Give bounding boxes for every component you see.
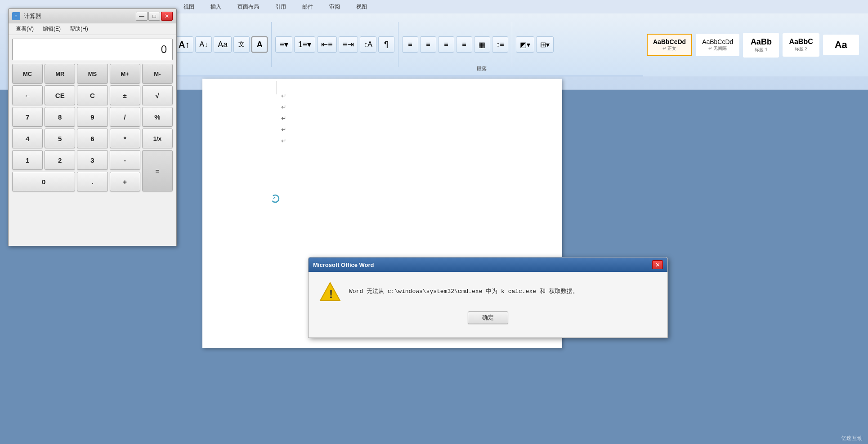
dialog-close-btn[interactable]: ✕ [652, 260, 663, 269]
style-heading1-sublabel: 标题 1 [749, 47, 773, 53]
align-justify-btn[interactable]: ≡ [456, 36, 472, 53]
calc-btn-7[interactable]: 7 [12, 107, 43, 127]
calc-btn-divide[interactable]: / [110, 107, 140, 127]
list-bullet-btn[interactable]: ≡▾ [275, 36, 292, 53]
calc-minimize-btn[interactable]: — [136, 12, 148, 21]
calc-row-1: ← CE C ± √ [9, 85, 176, 107]
calc-menubar: 查看(V) 编辑(E) 帮助(H) [9, 23, 176, 35]
menu-insert[interactable]: 插入 [207, 1, 225, 13]
sort-btn[interactable]: ↕A [360, 36, 376, 53]
menu-references[interactable]: 引用 [272, 1, 290, 13]
calc-btn-reciprocal[interactable]: 1/x [142, 129, 173, 148]
style-normal[interactable]: AaBbCcDd ↵ 正文 [647, 34, 692, 56]
align-left-btn[interactable]: ≡ [402, 36, 418, 53]
para-mark-4: ↵ [281, 126, 286, 133]
svg-text:!: ! [329, 288, 333, 300]
style-no-spacing[interactable]: AaBbCcDd ↵ 无间隔 [696, 34, 739, 56]
style-heading2-sublabel: 标题 2 [789, 46, 813, 52]
calc-title: 计算器 [24, 12, 132, 20]
calc-maximize-btn[interactable]: □ [148, 12, 160, 21]
menu-page-layout[interactable]: 页面布局 [234, 1, 263, 13]
align-right-btn[interactable]: ≡ [438, 36, 454, 53]
style-heading1[interactable]: AaBb 标题 1 [743, 33, 779, 58]
calc-btn-plus[interactable]: + [110, 172, 140, 191]
calc-menu-edit[interactable]: 编辑(E) [39, 24, 64, 34]
indent-increase-btn[interactable]: ≡⇥ [339, 36, 358, 53]
calc-btn-ms[interactable]: MS [77, 64, 107, 84]
calc-btn-9[interactable]: 9 [77, 107, 107, 127]
font-change-case-btn[interactable]: Aa [214, 36, 232, 53]
calc-btn-2[interactable]: 2 [45, 150, 75, 170]
para-mark-1: ↵ [281, 92, 286, 99]
calc-window-buttons: — □ ✕ [136, 12, 173, 21]
style-more-label: Aa [829, 39, 853, 51]
calc-btn-sign[interactable]: ± [110, 85, 140, 105]
font-size-increase-btn[interactable]: A↑ [174, 36, 193, 53]
font-wen-btn[interactable]: 文 [233, 36, 250, 53]
calc-btn-percent[interactable]: % [142, 107, 173, 127]
calc-titlebar: ≡ 计算器 — □ ✕ [9, 9, 176, 23]
loading-cursor [270, 193, 281, 204]
indent-decrease-btn[interactable]: ⇤≡ [317, 36, 337, 53]
calc-row-3: 4 5 6 * 1/x [9, 129, 176, 150]
style-gallery: AaBbCcDd ↵ 正文 AaBbCcDd ↵ 无间隔 AaBb 标题 1 A… [643, 13, 868, 76]
paragraph-section-label: 段落 [477, 65, 487, 72]
menu-review[interactable]: 审阅 [326, 1, 344, 13]
calc-btn-dot[interactable]: . [77, 172, 107, 191]
calc-display-value: 0 [161, 43, 167, 56]
calc-btn-mminus[interactable]: M- [142, 64, 173, 84]
menu-view2[interactable]: 视图 [353, 1, 371, 13]
calc-btn-0[interactable]: 0 [12, 172, 75, 191]
calc-close-btn[interactable]: ✕ [161, 12, 173, 21]
calc-btn-c[interactable]: C [77, 85, 107, 105]
calc-btn-ce[interactable]: CE [45, 85, 75, 105]
ribbon-divider-3 [512, 22, 512, 67]
font-size-decrease-btn[interactable]: A↓ [195, 36, 212, 53]
style-more[interactable]: Aa [823, 35, 859, 55]
calc-btn-mplus[interactable]: M+ [110, 64, 140, 84]
calc-rows-45: 1 2 3 - = 0 . + [9, 150, 176, 193]
calc-display: 0 [12, 39, 173, 60]
calc-btn-3[interactable]: 3 [77, 150, 107, 170]
calculator-window: ≡ 计算器 — □ ✕ 查看(V) 编辑(E) 帮助(H) 0 MC MR MS… [8, 8, 177, 246]
align-center-btn[interactable]: ≡ [420, 36, 436, 53]
font-bold-outline-btn[interactable]: A [251, 36, 268, 53]
calc-menu-help[interactable]: 帮助(H) [66, 24, 92, 34]
watermark: 亿速互动 [841, 435, 863, 442]
dialog-body: ! Word 无法从 c:\windows\system32\cmd.exe 中… [309, 272, 667, 311]
style-normal-label: AaBbCcDd [653, 38, 686, 45]
style-heading2[interactable]: AaBbC 标题 2 [783, 33, 819, 57]
borders-btn[interactable]: ⊞▾ [536, 36, 554, 53]
list-number-btn[interactable]: 1≡▾ [294, 36, 316, 53]
show-marks-btn[interactable]: ¶ [378, 36, 394, 53]
warning-icon: ! [319, 281, 341, 302]
dialog-message: Word 无法从 c:\windows\system32\cmd.exe 中为 … [349, 287, 578, 297]
dialog-titlebar: Microsoft Office Word ✕ [309, 258, 667, 272]
calc-btn-4[interactable]: 4 [12, 129, 43, 148]
calc-btn-equals[interactable]: = [142, 150, 173, 191]
columns-btn[interactable]: ▦ [474, 36, 490, 53]
dialog-ok-btn[interactable]: 确定 [468, 311, 508, 324]
para-mark-5: ↵ [281, 137, 286, 144]
menu-mail[interactable]: 邮件 [299, 1, 317, 13]
calc-btn-5[interactable]: 5 [45, 129, 75, 148]
dialog-window: Microsoft Office Word ✕ ! Word 无法从 c:\wi… [308, 257, 668, 338]
calc-row-2: 7 8 9 / % [9, 107, 176, 129]
calc-btn-backspace[interactable]: ← [12, 85, 43, 105]
calc-btn-sqrt[interactable]: √ [142, 85, 173, 105]
calc-btn-8[interactable]: 8 [45, 107, 75, 127]
style-no-spacing-sublabel: ↵ 无间隔 [702, 45, 733, 52]
calc-btn-minus[interactable]: - [110, 150, 140, 170]
calc-btn-1[interactable]: 1 [12, 150, 43, 170]
calc-menu-view[interactable]: 查看(V) [12, 24, 37, 34]
line-spacing-btn[interactable]: ↕≡ [492, 36, 508, 53]
style-normal-sublabel: ↵ 正文 [653, 45, 686, 52]
menu-view[interactable]: 视图 [180, 1, 198, 13]
calc-btn-6[interactable]: 6 [77, 129, 107, 148]
calc-btn-mr[interactable]: MR [45, 64, 75, 84]
calc-btn-mc[interactable]: MC [12, 64, 43, 84]
calc-btn-multiply[interactable]: * [110, 129, 140, 148]
svg-point-0 [272, 195, 279, 202]
doc-ruler-mark [277, 81, 277, 94]
shading-btn[interactable]: ◩▾ [516, 36, 534, 53]
